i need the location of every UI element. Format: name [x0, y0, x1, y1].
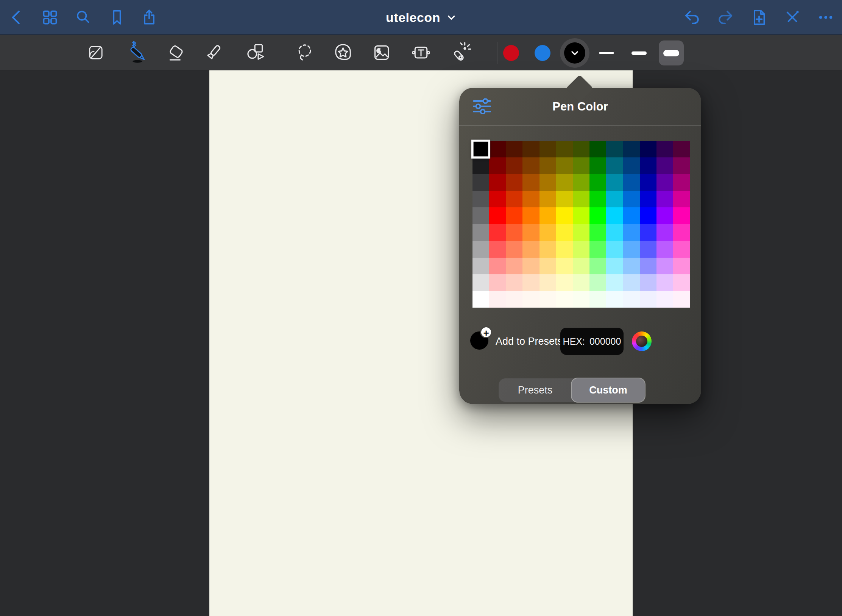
color-swatch[interactable] [540, 174, 556, 191]
color-swatch[interactable] [506, 191, 522, 207]
more-button[interactable] [814, 5, 838, 30]
color-swatch[interactable] [640, 274, 656, 291]
color-swatch[interactable] [606, 258, 623, 274]
color-swatch[interactable] [472, 224, 489, 241]
color-swatch[interactable] [656, 241, 673, 258]
hex-input[interactable]: HEX: 000000 [560, 328, 624, 355]
color-swatch[interactable] [506, 258, 522, 274]
color-swatch[interactable] [623, 258, 639, 274]
color-swatch[interactable] [623, 241, 639, 258]
color-swatch[interactable] [656, 174, 673, 191]
color-swatch[interactable] [673, 207, 690, 224]
color-swatch[interactable] [656, 258, 673, 274]
color-swatch[interactable] [640, 174, 656, 191]
color-swatch[interactable] [540, 241, 556, 258]
tab-custom[interactable]: Custom [572, 378, 645, 402]
color-swatch[interactable] [556, 258, 573, 274]
color-swatch[interactable] [623, 174, 639, 191]
color-swatch[interactable] [640, 258, 656, 274]
color-swatch[interactable] [472, 191, 489, 207]
color-swatch[interactable] [540, 157, 556, 174]
color-swatch[interactable] [673, 174, 690, 191]
undo-button[interactable] [680, 5, 705, 30]
color-swatch[interactable] [589, 207, 606, 224]
color-swatch[interactable] [640, 157, 656, 174]
lasso-tool-button[interactable] [292, 40, 317, 65]
color-swatch[interactable] [472, 207, 489, 224]
color-swatch[interactable] [556, 141, 573, 157]
pen-color-red-button[interactable] [503, 45, 519, 61]
eraser-tool-button[interactable] [164, 40, 189, 65]
color-swatch[interactable] [656, 274, 673, 291]
color-swatch[interactable] [506, 274, 522, 291]
color-swatch[interactable] [623, 274, 639, 291]
color-swatch[interactable] [522, 224, 539, 241]
color-swatch[interactable] [522, 141, 539, 157]
color-swatch[interactable] [556, 157, 573, 174]
color-swatch[interactable] [489, 258, 506, 274]
color-swatch[interactable] [573, 174, 589, 191]
color-swatch[interactable] [522, 258, 539, 274]
color-swatch[interactable] [522, 291, 539, 308]
color-swatch[interactable] [589, 258, 606, 274]
redo-button[interactable] [713, 5, 737, 30]
color-swatch[interactable] [489, 157, 506, 174]
color-swatch[interactable] [623, 141, 639, 157]
color-swatch[interactable] [589, 291, 606, 308]
color-swatch[interactable] [673, 291, 690, 308]
color-swatch[interactable] [506, 141, 522, 157]
color-swatch[interactable] [673, 241, 690, 258]
color-swatch[interactable] [640, 241, 656, 258]
stroke-thick-button-selected[interactable] [659, 40, 684, 65]
color-swatch[interactable] [472, 258, 489, 274]
color-swatch[interactable] [673, 157, 690, 174]
color-swatch[interactable] [522, 157, 539, 174]
color-swatch[interactable] [656, 157, 673, 174]
image-tool-button[interactable] [369, 40, 394, 65]
color-swatch[interactable] [573, 274, 589, 291]
color-swatch[interactable] [472, 274, 489, 291]
color-swatch[interactable] [640, 207, 656, 224]
elements-tool-button[interactable] [331, 40, 356, 65]
pen-color-blue-button[interactable] [535, 45, 550, 61]
color-swatch[interactable] [656, 207, 673, 224]
stroke-thin-button[interactable] [594, 40, 619, 65]
color-swatch[interactable] [489, 291, 506, 308]
color-swatch[interactable] [556, 224, 573, 241]
color-swatch[interactable] [489, 224, 506, 241]
color-swatch[interactable] [623, 157, 639, 174]
color-swatch[interactable] [522, 174, 539, 191]
color-swatch[interactable] [623, 191, 639, 207]
color-swatch[interactable] [573, 191, 589, 207]
color-swatch[interactable] [522, 207, 539, 224]
current-color-swatch[interactable]: + [470, 331, 488, 350]
pen-color-black-button-active[interactable] [560, 38, 589, 68]
color-swatch[interactable] [472, 174, 489, 191]
stylus-toggle-button[interactable] [780, 5, 805, 30]
color-swatch[interactable] [640, 191, 656, 207]
color-swatch[interactable] [506, 224, 522, 241]
color-swatch[interactable] [623, 224, 639, 241]
color-swatch[interactable] [556, 241, 573, 258]
color-swatch[interactable] [673, 141, 690, 157]
color-swatch[interactable] [640, 224, 656, 241]
color-swatch[interactable] [556, 274, 573, 291]
laser-pointer-tool-button[interactable] [448, 40, 472, 65]
color-swatch[interactable] [489, 274, 506, 291]
color-swatch[interactable] [573, 207, 589, 224]
color-swatch[interactable] [472, 291, 489, 308]
color-swatch[interactable] [623, 207, 639, 224]
color-swatch[interactable] [489, 241, 506, 258]
color-swatch[interactable] [472, 241, 489, 258]
color-swatch[interactable] [606, 191, 623, 207]
read-mode-button[interactable] [83, 40, 108, 65]
color-swatch[interactable] [589, 157, 606, 174]
color-swatch[interactable] [573, 258, 589, 274]
color-swatch[interactable] [506, 207, 522, 224]
color-swatch[interactable] [606, 174, 623, 191]
pen-tool-button[interactable] [126, 40, 151, 65]
text-tool-button[interactable] [409, 40, 433, 65]
color-swatch[interactable] [573, 241, 589, 258]
color-swatch[interactable] [522, 241, 539, 258]
color-swatch[interactable] [556, 191, 573, 207]
